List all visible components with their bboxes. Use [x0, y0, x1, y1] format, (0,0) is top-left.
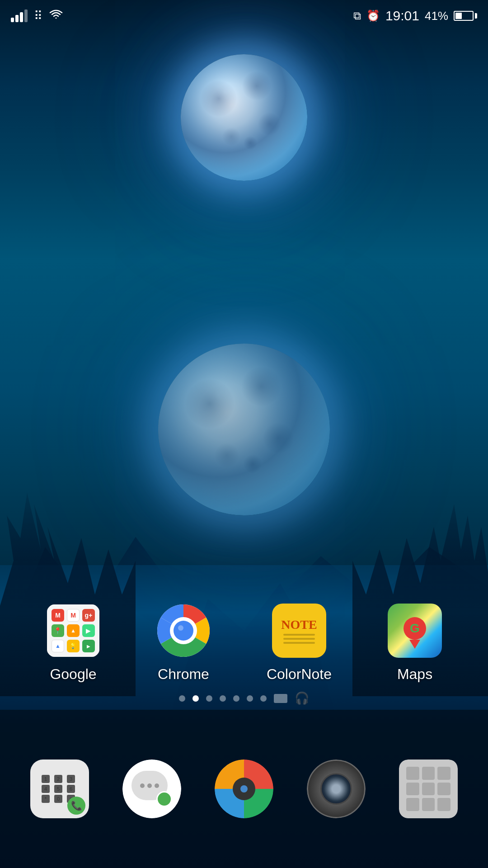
music-dock-item[interactable]	[215, 760, 273, 818]
page-dot-5[interactable]	[233, 695, 239, 702]
mute-icon: ⠿	[34, 9, 42, 23]
key-3: 3	[67, 775, 75, 783]
page-dot-headphone-icon[interactable]: 🎧	[295, 691, 309, 705]
wifi-icon	[49, 9, 63, 24]
key-6: 6	[67, 785, 75, 793]
page-dot-gallery[interactable]	[274, 694, 287, 703]
page-dot-2[interactable]	[192, 695, 199, 702]
google-app-label: Google	[50, 666, 96, 683]
signal-icon	[11, 9, 28, 22]
battery-percent: 41%	[425, 9, 448, 23]
status-time: 19:01	[385, 8, 419, 24]
camera-dock-item[interactable]	[307, 760, 366, 818]
multiwindow-icon: ⧉	[353, 9, 361, 22]
camera-icon	[307, 760, 366, 818]
play-mini-icon: ▶	[82, 624, 95, 637]
moon-image	[181, 54, 307, 181]
maps-app-label: Maps	[397, 666, 432, 683]
moon-reflection	[158, 344, 330, 515]
apps-grid-icon	[399, 760, 458, 818]
call-button: 📞	[67, 797, 85, 815]
key-5: 5	[54, 785, 62, 793]
page-dot-1[interactable]	[179, 695, 185, 702]
gmail2-mini-icon: M	[67, 609, 80, 622]
colornote-app-label: ColorNote	[267, 666, 332, 683]
maps-mini-icon: 📍	[52, 624, 64, 637]
dock: 1 2 3 4 5 6 * 0 # 📞	[0, 710, 488, 868]
colornote-app[interactable]: NOTE ColorNote	[267, 604, 332, 683]
chrome-icon	[156, 604, 211, 658]
apps-grid-dock-item[interactable]	[399, 760, 458, 818]
sheets-mini-icon: ▶	[82, 640, 95, 652]
page-dot-7[interactable]	[260, 695, 267, 702]
google-app[interactable]: M M g+ 📍 ▲ ▶	[46, 604, 100, 683]
alarm-icon: ⏰	[366, 9, 380, 22]
app-grid: M M g+ 📍 ▲ ▶	[0, 604, 488, 683]
svg-point-2	[174, 621, 193, 641]
maps-icon: G	[388, 604, 442, 658]
page-dot-3[interactable]	[206, 695, 212, 702]
battery-icon	[454, 11, 477, 21]
music-icon	[215, 760, 273, 818]
maps-app[interactable]: G Maps	[388, 604, 442, 683]
status-bar: ⠿ ⧉ ⏰ 19:01 41%	[0, 0, 488, 32]
messages-dock-item[interactable]	[122, 760, 181, 818]
gmail-mini-icon: M	[52, 609, 64, 622]
drive-mini-icon: ▲	[67, 624, 80, 637]
status-right-icons: ⧉ ⏰ 19:01 41%	[353, 8, 477, 24]
keep-mini-icon: 💡	[67, 640, 80, 652]
key-4: 4	[42, 785, 50, 793]
phone-dock-item[interactable]: 1 2 3 4 5 6 * 0 # 📞	[30, 760, 89, 818]
key-0: 0	[54, 795, 62, 803]
key-star: *	[42, 795, 50, 803]
colornote-icon: NOTE	[272, 604, 326, 658]
messages-icon	[122, 760, 181, 818]
chrome-app[interactable]: Chrome	[156, 604, 211, 683]
page-dot-4[interactable]	[220, 695, 226, 702]
page-dot-6[interactable]	[247, 695, 253, 702]
key-1: 1	[42, 775, 50, 783]
gplus-mini-icon: g+	[82, 609, 95, 622]
status-left-icons: ⠿	[11, 9, 63, 24]
svg-point-3	[178, 625, 183, 631]
key-2: 2	[54, 775, 62, 783]
phone-icon: 1 2 3 4 5 6 * 0 # 📞	[30, 760, 89, 818]
page-indicators: 🎧	[0, 691, 488, 705]
chrome-app-label: Chrome	[158, 666, 209, 683]
google-folder-icon: M M g+ 📍 ▲ ▶	[46, 604, 100, 658]
docs-mini-icon: ▲	[52, 640, 64, 652]
